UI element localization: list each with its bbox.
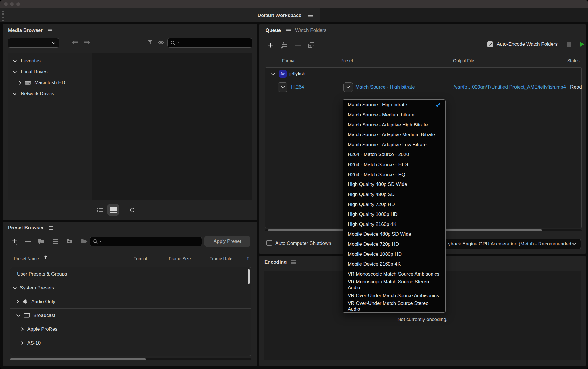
export-preset-button[interactable] <box>80 238 88 245</box>
duplicate-item-button[interactable] <box>308 42 315 49</box>
media-search-input[interactable] <box>180 38 252 47</box>
workspace-menu-icon[interactable] <box>308 14 313 17</box>
column-header-format[interactable]: Format <box>282 58 296 63</box>
zoom-window-button[interactable] <box>16 2 20 6</box>
preset-row-system-presets[interactable]: System Presets <box>10 281 251 295</box>
queue-panel-menu-icon[interactable] <box>286 29 291 32</box>
preset-row-as10[interactable]: AS-10 <box>10 336 251 350</box>
preset-menu-item[interactable]: High Quality 2160p 4K <box>343 220 445 230</box>
preset-menu-item[interactable]: High Quality 480p SD Wide <box>343 180 445 190</box>
job-format-link[interactable]: H.264 <box>291 84 304 90</box>
preset-list-hscrollbar-thumb[interactable] <box>10 358 146 360</box>
encoding-status-message: Not currently encoding. <box>264 317 581 322</box>
preset-menu-item[interactable]: Mobile Device 1080p HD <box>343 249 445 259</box>
remove-item-button[interactable] <box>295 44 301 46</box>
tab-queue[interactable]: Queue <box>266 28 291 33</box>
filter-icon[interactable] <box>147 39 153 45</box>
tree-item-macintosh-hd[interactable]: Macintosh HD <box>8 77 92 88</box>
add-output-button[interactable] <box>281 42 288 49</box>
remove-preset-button[interactable] <box>25 241 31 242</box>
preset-menu-item[interactable]: H264 - Match Source - PQ <box>343 170 445 180</box>
preset-list-hscrollbar-track[interactable] <box>10 358 251 360</box>
column-header-preset-name[interactable]: Preset Name <box>14 256 39 261</box>
chevron-right-icon[interactable] <box>21 327 24 331</box>
preset-row-broadcast[interactable]: TV Broadcast <box>10 309 251 322</box>
auto-shutdown-checkbox[interactable] <box>266 240 272 246</box>
job-preset-link[interactable]: Match Source - High bitrate <box>355 84 415 90</box>
column-header-status[interactable]: Status <box>567 58 580 63</box>
queue-job-row[interactable]: Ae jellyfish <box>265 68 581 80</box>
preset-menu-item[interactable]: Match Source - High bitrate <box>343 100 445 110</box>
media-source-select[interactable] <box>8 38 59 48</box>
preset-menu-item[interactable]: High Quality 720p HD <box>343 199 445 210</box>
auto-encode-checkbox[interactable] <box>487 41 493 47</box>
chevron-down-icon[interactable] <box>16 314 20 317</box>
column-header-format[interactable]: Format <box>134 256 147 261</box>
chevron-down-icon[interactable] <box>13 92 17 95</box>
preset-menu-item[interactable]: H264 - Match Source - HLG <box>343 160 445 170</box>
close-window-button[interactable] <box>4 2 8 6</box>
preset-menu-item[interactable]: VR Over-Under Match Source Stereo Audio <box>343 301 445 312</box>
start-queue-button[interactable] <box>580 42 584 47</box>
eye-icon[interactable] <box>158 40 164 45</box>
column-header-frame-size[interactable]: Frame Size <box>169 256 191 261</box>
back-button[interactable] <box>71 40 78 45</box>
chevron-right-icon[interactable] <box>21 341 24 345</box>
column-header-preset[interactable]: Preset <box>341 58 353 63</box>
preset-dropdown-button[interactable] <box>343 82 353 92</box>
preset-menu-item[interactable]: Match Source - Adaptive Medium Bitrate <box>343 130 445 140</box>
chevron-right-icon[interactable] <box>16 299 19 304</box>
chevron-down-icon[interactable] <box>13 287 17 289</box>
add-preset-button[interactable] <box>11 238 18 245</box>
preset-menu-item[interactable]: High Quality 480p SD <box>343 190 445 200</box>
chevron-down-icon[interactable] <box>13 70 17 73</box>
thumbnail-view-button[interactable] <box>107 204 119 216</box>
stop-queue-button[interactable] <box>567 42 571 47</box>
list-view-button[interactable] <box>97 207 103 212</box>
chevron-down-icon[interactable] <box>13 59 17 62</box>
preset-search-input[interactable] <box>103 237 202 246</box>
forward-button[interactable] <box>84 40 90 45</box>
format-dropdown-button[interactable] <box>278 82 287 92</box>
tree-item-favorites[interactable]: Favorites <box>8 55 92 66</box>
job-output-file-link[interactable]: /var/fo…000gn/T/Untitled Project_AME/jel… <box>454 84 562 90</box>
preset-menu-item[interactable]: VR Monoscopic Match Source Ambisonics <box>343 269 445 279</box>
apply-preset-button[interactable]: Apply Preset <box>204 236 250 247</box>
thumbnail-size-slider-knob[interactable] <box>130 208 134 212</box>
media-search-field[interactable] <box>167 38 252 48</box>
preset-menu-item[interactable]: Mobile Device 2160p 4K <box>343 259 445 269</box>
minimize-window-button[interactable] <box>10 2 14 6</box>
tab-watch-folders[interactable]: Watch Folders <box>295 28 326 33</box>
preset-menu-item[interactable]: High Quality 1080p HD <box>343 210 445 220</box>
preset-menu-item[interactable]: Match Source - Adaptive High Bitrate <box>343 120 445 130</box>
column-header-target-rate[interactable]: T <box>247 256 249 261</box>
workspace-tab[interactable]: Default Workspace <box>258 8 313 22</box>
preset-settings-button[interactable] <box>52 239 59 244</box>
preset-row-audio-only[interactable]: Audio Only <box>10 295 251 309</box>
chevron-down-icon[interactable] <box>271 72 275 75</box>
add-source-button[interactable] <box>268 42 274 48</box>
column-header-frame-rate[interactable]: Frame Rate <box>210 256 232 261</box>
preset-menu-item[interactable]: Match Source - Adaptive Low Bitrate <box>343 140 445 150</box>
preset-menu-item[interactable]: VR Over-Under Match Source Ambisonics <box>343 291 445 301</box>
import-preset-button[interactable] <box>66 238 73 245</box>
preset-menu-item[interactable]: Match Source - Medium bitrate <box>343 110 445 120</box>
tree-item-local-drives[interactable]: Local Drives <box>8 66 92 77</box>
new-preset-group-button[interactable] <box>38 238 45 245</box>
preset-menu-item[interactable]: H264 - Match Source - 2020 <box>343 150 445 160</box>
encoding-panel-menu-icon[interactable] <box>291 260 296 264</box>
column-header-output-file[interactable]: Output File <box>453 58 474 63</box>
preset-browser-panel-menu-icon[interactable] <box>49 226 53 230</box>
preset-row-apple-prores[interactable]: Apple ProRes <box>10 322 251 336</box>
preset-list-scrollbar[interactable] <box>248 269 250 284</box>
thumbnail-size-slider-track[interactable] <box>138 210 171 210</box>
preset-row-user-presets[interactable]: User Presets & Groups <box>10 267 251 281</box>
preset-search-field[interactable] <box>90 237 202 246</box>
chevron-right-icon[interactable] <box>18 81 21 85</box>
sort-ascending-icon[interactable] <box>44 255 47 260</box>
preset-menu-item[interactable]: VR Monoscopic Match Source Stereo Audio <box>343 279 445 291</box>
preset-menu-item[interactable]: Mobile Device 480p SD Wide <box>343 229 445 239</box>
preset-menu-item[interactable]: Mobile Device 720p HD <box>343 239 445 249</box>
media-browser-panel-menu-icon[interactable] <box>48 29 52 32</box>
tree-item-network-drives[interactable]: Network Drives <box>8 88 92 99</box>
